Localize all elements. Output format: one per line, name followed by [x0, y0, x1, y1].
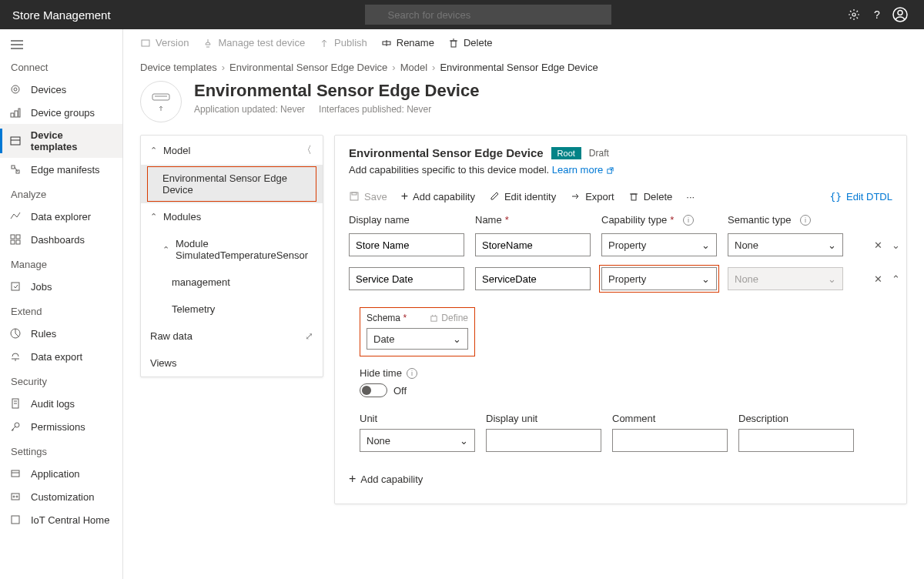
svg-rect-12	[18, 109, 20, 117]
display-name-input[interactable]	[349, 233, 464, 256]
description-label: Description	[738, 413, 854, 424]
capability-type-select[interactable]: Property⌄	[601, 267, 717, 290]
svg-point-2	[852, 13, 855, 16]
top-bar: Store Management ?	[0, 0, 924, 29]
search-input[interactable]	[365, 5, 611, 25]
name-input[interactable]	[475, 267, 591, 290]
edit-dtdl-button[interactable]: {}Edit DTDL	[829, 191, 892, 202]
nav-application[interactable]: Application	[0, 462, 122, 485]
info-icon[interactable]: i	[683, 215, 694, 226]
save-button[interactable]: Save	[349, 191, 387, 202]
nav-device-groups[interactable]: Device groups	[0, 101, 122, 124]
svg-rect-10	[11, 113, 14, 117]
chevron-down-icon: ⌄	[453, 333, 461, 345]
breadcrumb-link[interactable]: Model	[400, 62, 427, 73]
tree-telemetry[interactable]: Telemetry	[141, 296, 323, 323]
svg-rect-21	[16, 240, 20, 244]
nav-customization[interactable]: Customization	[0, 485, 122, 508]
tree-raw-data[interactable]: Raw data⤢	[141, 323, 323, 350]
remove-row-icon[interactable]: ✕	[874, 239, 882, 251]
capability-type-select[interactable]: Property⌄	[601, 233, 717, 256]
root-badge: Root	[551, 147, 581, 159]
unit-select[interactable]: None⌄	[360, 429, 475, 452]
add-capability-button[interactable]: +Add capability	[401, 189, 475, 203]
app-title: Store Management	[12, 8, 111, 22]
expand-icon[interactable]: ⤢	[305, 330, 313, 342]
data-explorer-icon	[9, 210, 22, 223]
customization-icon	[9, 490, 22, 503]
tree-management[interactable]: management	[141, 269, 323, 296]
add-capability-link[interactable]: +Add capability	[349, 472, 892, 486]
chevron-down-icon: ⌄	[460, 435, 468, 447]
more-button[interactable]: ···	[686, 191, 695, 202]
hamburger-icon[interactable]	[0, 35, 122, 54]
dashboards-icon	[9, 233, 22, 246]
editor-delete-button[interactable]: Delete	[628, 191, 673, 202]
manage-test-device-button[interactable]: Manage test device	[203, 37, 305, 49]
chevron-up-icon: ⌃	[150, 146, 157, 156]
export-button[interactable]: Export	[570, 191, 614, 202]
nav-data-export[interactable]: Data export	[0, 345, 122, 368]
capability-row: Property⌄ None⌄ ✕⌃	[349, 267, 892, 290]
nav-section-extend: Extend	[0, 298, 122, 322]
nav-data-explorer[interactable]: Data explorer	[0, 205, 122, 228]
nav-jobs[interactable]: Jobs	[0, 275, 122, 298]
info-icon[interactable]: i	[407, 368, 417, 379]
display-unit-input[interactable]	[486, 429, 601, 452]
define-link[interactable]: Define	[430, 313, 468, 323]
schema-field: Schema * Define Date⌄	[360, 307, 475, 356]
nav-audit-logs[interactable]: Audit logs	[0, 392, 122, 415]
nav-permissions[interactable]: Permissions	[0, 415, 122, 438]
rename-button[interactable]: Rename	[381, 37, 434, 49]
tree-device[interactable]: Environmental Sensor Edge Device	[141, 165, 323, 203]
device-groups-icon	[9, 106, 22, 119]
chevron-left-icon[interactable]: 〈	[300, 143, 313, 157]
breadcrumb-link[interactable]: Environmental Sensor Edge Device	[229, 62, 387, 73]
publish-button[interactable]: Publish	[319, 37, 367, 49]
remove-row-icon[interactable]: ✕	[874, 273, 882, 285]
expand-row-icon[interactable]: ⌄	[892, 239, 900, 251]
nav-devices[interactable]: Devices	[0, 78, 122, 101]
hide-time-toggle[interactable]	[360, 383, 387, 397]
svg-rect-47	[431, 316, 437, 320]
delete-button[interactable]: Delete	[448, 37, 493, 49]
edit-identity-button[interactable]: Edit identity	[489, 191, 556, 202]
svg-rect-45	[631, 194, 636, 200]
svg-rect-33	[12, 516, 19, 524]
tree-views[interactable]: Views	[141, 350, 323, 377]
col-semantic-type: Semantic type i	[728, 214, 843, 226]
collapse-row-icon[interactable]: ⌃	[892, 273, 900, 285]
nav-iot-central-home[interactable]: IoT Central Home	[0, 508, 122, 531]
info-icon[interactable]: i	[800, 215, 811, 226]
devices-icon	[9, 83, 22, 95]
nav-section-connect: Connect	[0, 54, 122, 78]
tree-modules[interactable]: ⌃Modules	[141, 203, 323, 230]
nav-edge-manifests[interactable]: Edge manifests	[0, 158, 122, 181]
svg-rect-19	[16, 235, 20, 239]
schema-select[interactable]: Date⌄	[367, 328, 468, 350]
breadcrumb-link[interactable]: Device templates	[140, 62, 217, 73]
editor-title: Environmental Sensor Edge Device	[349, 146, 544, 159]
name-input[interactable]	[475, 233, 591, 256]
svg-point-8	[12, 85, 19, 93]
interfaces-published-status: Interfaces published: Never	[319, 104, 431, 115]
permissions-icon	[9, 420, 22, 433]
capability-row: Property⌄ None⌄ ✕⌄	[349, 233, 892, 256]
nav-section-manage: Manage	[0, 251, 122, 275]
comment-input[interactable]	[612, 429, 728, 452]
display-name-input[interactable]	[349, 267, 464, 290]
nav-rules[interactable]: Rules	[0, 322, 122, 345]
learn-more-link[interactable]: Learn more	[552, 164, 614, 176]
tree-model[interactable]: ⌃Model 〈	[141, 136, 323, 165]
semantic-type-select[interactable]: None⌄	[728, 233, 843, 256]
device-badge-icon	[140, 81, 182, 122]
account-icon[interactable]	[889, 3, 912, 26]
description-input[interactable]	[738, 429, 854, 452]
version-button[interactable]: Version	[140, 37, 189, 49]
nav-device-templates[interactable]: Device templates	[0, 124, 122, 158]
settings-icon[interactable]	[842, 3, 865, 26]
help-icon[interactable]: ?	[865, 3, 889, 26]
comment-label: Comment	[612, 413, 728, 424]
tree-module-sim-temp[interactable]: ⌃Module SimulatedTemperatureSensor	[141, 230, 323, 269]
nav-dashboards[interactable]: Dashboards	[0, 228, 122, 251]
